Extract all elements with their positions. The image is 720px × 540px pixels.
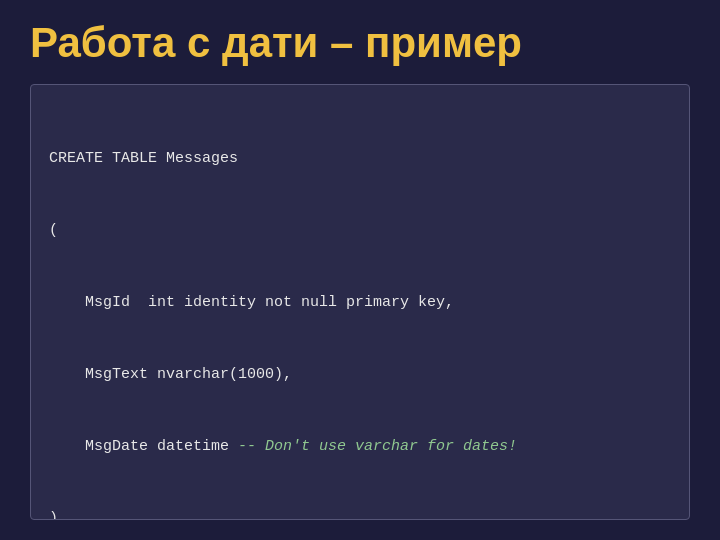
code-line-4: MsgText nvarchar(1000), [49,363,671,387]
code-line-2: ( [49,219,671,243]
code-line-3: MsgId int identity not null primary key, [49,291,671,315]
code-line-1: CREATE TABLE Messages [49,147,671,171]
slide-title: Работа с дати – пример [30,20,690,66]
code-block: CREATE TABLE Messages ( MsgId int identi… [30,84,690,520]
slide: Работа с дати – пример CREATE TABLE Mess… [0,0,720,540]
code-line-6: ) [49,507,671,520]
code-line-5: MsgDate datetime -- Don't use varchar fo… [49,435,671,459]
